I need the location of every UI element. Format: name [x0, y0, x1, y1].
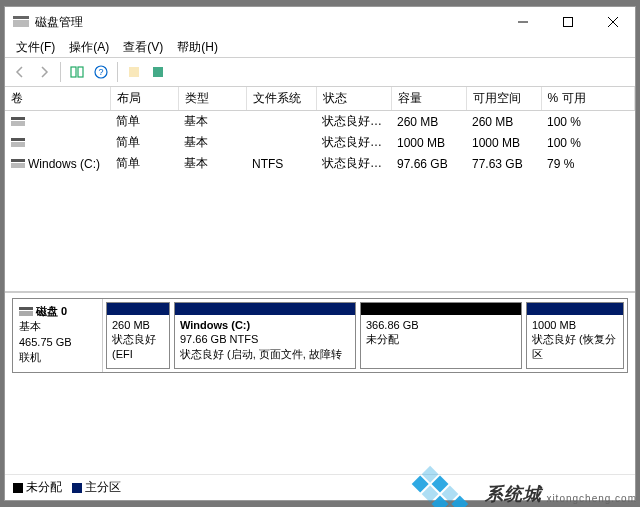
volume-icon — [11, 138, 25, 148]
window-title: 磁盘管理 — [35, 14, 83, 31]
col-capacity[interactable]: 容量 — [391, 87, 466, 111]
disk-row[interactable]: 磁盘 0 基本 465.75 GB 联机 260 MB状态良好 (EFIWind… — [12, 298, 628, 373]
disk-icon — [19, 307, 33, 317]
table-row[interactable]: 简单基本状态良好 (…1000 MB1000 MB100 % — [5, 132, 635, 153]
app-icon — [13, 16, 29, 28]
toolbar: ? — [5, 57, 635, 87]
legend: 未分配 主分区 — [5, 474, 635, 500]
col-layout[interactable]: 布局 — [110, 87, 178, 111]
partition[interactable]: 260 MB状态良好 (EFI — [106, 302, 170, 369]
table-row[interactable]: Windows (C:)简单基本NTFS状态良好 (…97.66 GB77.63… — [5, 153, 635, 174]
volume-list[interactable]: 卷 布局 类型 文件系统 状态 容量 可用空间 % 可用 简单基本状态良好 (…… — [5, 87, 635, 292]
column-header-row[interactable]: 卷 布局 类型 文件系统 状态 容量 可用空间 % 可用 — [5, 87, 635, 111]
action-button[interactable] — [147, 61, 169, 83]
menu-view[interactable]: 查看(V) — [116, 37, 170, 58]
col-volume[interactable]: 卷 — [5, 87, 110, 111]
col-fs[interactable]: 文件系统 — [246, 87, 316, 111]
partition[interactable]: Windows (C:)97.66 GB NTFS状态良好 (启动, 页面文件,… — [174, 302, 356, 369]
svg-rect-8 — [129, 67, 139, 77]
close-button[interactable] — [590, 7, 635, 37]
partition[interactable]: 366.86 GB未分配 — [360, 302, 522, 369]
menu-file[interactable]: 文件(F) — [9, 37, 62, 58]
maximize-button[interactable] — [545, 7, 590, 37]
svg-rect-4 — [71, 67, 76, 77]
titlebar[interactable]: 磁盘管理 — [5, 7, 635, 37]
swatch-unallocated — [13, 483, 23, 493]
table-row[interactable]: 简单基本状态良好 (…260 MB260 MB100 % — [5, 111, 635, 133]
back-button[interactable] — [9, 61, 31, 83]
col-type[interactable]: 类型 — [178, 87, 246, 111]
svg-rect-1 — [563, 18, 572, 27]
partition[interactable]: 1000 MB状态良好 (恢复分区 — [526, 302, 624, 369]
disk-header[interactable]: 磁盘 0 基本 465.75 GB 联机 — [13, 299, 103, 372]
col-free[interactable]: 可用空间 — [466, 87, 541, 111]
svg-text:?: ? — [98, 67, 103, 77]
volume-icon — [11, 159, 25, 169]
settings-button[interactable] — [123, 61, 145, 83]
col-status[interactable]: 状态 — [316, 87, 391, 111]
volume-icon — [11, 117, 25, 127]
svg-rect-5 — [78, 67, 83, 77]
help-button[interactable]: ? — [90, 61, 112, 83]
legend-primary: 主分区 — [72, 479, 121, 496]
col-pctfree[interactable]: % 可用 — [541, 87, 635, 111]
menu-action[interactable]: 操作(A) — [62, 37, 116, 58]
svg-rect-9 — [153, 67, 163, 77]
menubar: 文件(F) 操作(A) 查看(V) 帮助(H) — [5, 37, 635, 57]
forward-button[interactable] — [33, 61, 55, 83]
refresh-button[interactable] — [66, 61, 88, 83]
legend-unallocated: 未分配 — [13, 479, 62, 496]
menu-help[interactable]: 帮助(H) — [170, 37, 225, 58]
disk-management-window: 磁盘管理 文件(F) 操作(A) 查看(V) 帮助(H) ? 卷 — [4, 6, 636, 501]
minimize-button[interactable] — [500, 7, 545, 37]
swatch-primary — [72, 483, 82, 493]
disk-map: 磁盘 0 基本 465.75 GB 联机 260 MB状态良好 (EFIWind… — [5, 292, 635, 380]
partition-container: 260 MB状态良好 (EFIWindows (C:)97.66 GB NTFS… — [103, 299, 627, 372]
